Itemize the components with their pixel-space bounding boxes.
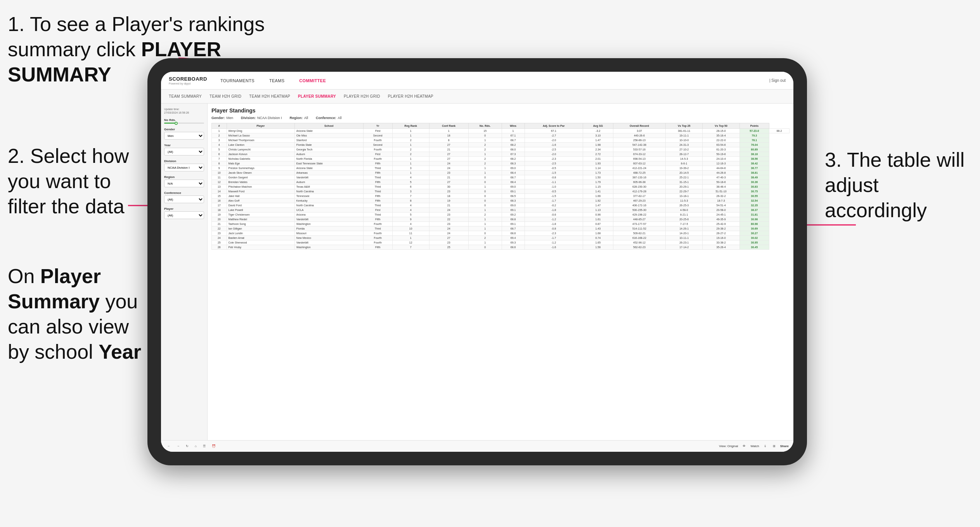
player-select[interactable]: (All) [164,211,204,219]
col-points: Points [739,123,769,129]
table-row: 21Taehoon SongWashingtonFourth423169.1-1… [212,222,790,226]
table-row: 25Cole SherwoodVanderbiltFourth1223169.3… [212,240,790,245]
table-row: 26Petr HrubyWashingtonFifth725068.6-1.61… [212,245,790,250]
region-label: Region [164,175,204,179]
slider-thumb[interactable] [175,122,178,125]
instruction-step4: 3. The table will adjust accordingly [825,147,972,223]
toolbar-eye[interactable]: 👁 [741,444,747,449]
toolbar-forward[interactable]: → [175,444,181,449]
nav-bar: SCOREBOARD Powered by dippd TOURNAMENTS … [161,72,793,90]
col-vs-top-50: Vs Top 50 [703,123,739,129]
filter-region-value: All [304,116,308,120]
filter-conference: Conference: All [316,116,342,120]
tablet-screen: SCOREBOARD Powered by dippd TOURNAMENTS … [161,72,793,452]
table-row: 7Nicholas GabrielisNorth FloridaFourth12… [212,157,790,161]
table-row: 13Phichaksn MaichonTexas A&MThird630169.… [212,185,790,189]
step3-bold2: Year [99,340,141,363]
toolbar-back[interactable]: ← [166,444,172,449]
toolbar-share[interactable]: Share [780,444,789,448]
step2-number: 2. [8,145,24,167]
filter-conference-label: Conference: [316,116,336,120]
sidebar-year-section: Year (All) First Second Third Fourth Fif… [164,143,204,156]
step2-text: Select how you want to filter the data [8,145,129,218]
filter-region: Region: All [290,116,308,120]
table-row: 6Jackson KoivunAuburnFirst227167.3-2.02.… [212,152,790,157]
nav-committee[interactable]: COMMITTEE [298,78,327,83]
table-row: 11Gordon SargentVanderbiltThird421068.7-… [212,175,790,180]
step1-number: 1. [8,13,24,35]
toolbar-watch[interactable]: Watch [750,444,759,448]
gender-label: Gender [164,128,204,131]
table-row: 10Jacob Skov OlesenArkansasFifth123168.4… [212,171,790,175]
nav-right: | Sign out [769,78,786,83]
table-row: 2Michael La SassoOle MissSecond118067.1-… [212,133,790,138]
col-player: Player [227,123,294,129]
filter-conference-value: All [338,116,342,120]
table-row: 5Christo LamprechtGeorgia TechFourth2212… [212,147,790,152]
table-title: Player Standings [211,107,790,114]
table-body: 1Wenyi DingArizona StateFirst1115167.1-3… [212,129,790,250]
filter-division-value: NCAA Division I [257,116,282,120]
toolbar-grid[interactable]: ⊞ [771,444,777,449]
division-select[interactable]: NCAA Division I NCAA Division II NCAA Di… [164,164,204,171]
filter-gender-value: Men [227,116,234,120]
filter-division-label: Division: [241,116,256,120]
col-overall-record: Overall Record [613,123,665,129]
subnav-player-h2h-heatmap[interactable]: PLAYER H2H HEATMAP [388,94,433,98]
sidebar: Update time: 27/03/2024 16:56:26 No Rds. [161,104,208,440]
table-row: 15Jake HallTennesseeFifth718068.5-1.51.6… [212,194,790,199]
conference-label: Conference [164,191,204,195]
table-row: 17David FordNorth CarolinaThird421069.0-… [212,203,790,208]
table-row: 1Wenyi DingArizona StateFirst1115167.1-3… [212,129,790,133]
table-row: 18Luke PowellUCLAFirst424169.1-1.81.1350… [212,208,790,213]
table-row: 14Maxwell FordNorth CarolinaThird323069.… [212,189,790,194]
toolbar-home[interactable]: ⌂ [193,444,198,449]
conference-select[interactable]: (All) [164,195,204,203]
nav-teams[interactable]: TEAMS [268,78,286,83]
col-conf-rank: Conf Rank [429,123,468,129]
toolbar-bookmark[interactable]: ☰ [201,444,207,449]
subnav-team-summary[interactable]: TEAM SUMMARY [169,94,202,98]
no-rds-label: No Rds. [164,118,204,122]
table-row: 20Matthew RiedelVanderbiltFifth922168.8-… [212,217,790,222]
sidebar-update-time: Update time: 27/03/2024 16:56:26 [164,107,204,114]
col-adj-score: Adj. Score to Par [525,123,583,129]
sub-nav: TEAM SUMMARY TEAM H2H GRID TEAM H2H HEAT… [161,90,793,104]
col-reg-rank: Reg Rank [392,123,429,129]
nav-tournaments[interactable]: TOURNAMENTS [219,78,256,83]
col-vs-top-25: Vs Top 25 [665,123,702,129]
toolbar-download[interactable]: ⇓ [762,444,768,449]
logo-area: SCOREBOARD Powered by dippd [169,76,207,85]
toolbar-clock[interactable]: ⏰ [210,444,217,449]
filter-gender: Gender: Men [211,116,233,120]
toolbar-view[interactable]: View: Original [719,444,738,448]
table-row: 8Mats EgeEast Tennessee StateFifth124268… [212,161,790,166]
toolbar-reload[interactable]: ↻ [184,444,190,449]
table-row: 12Brendan ValdesAuburnFifth527068.4-1.11… [212,180,790,185]
subnav-team-h2h-heatmap[interactable]: TEAM H2H HEATMAP [249,94,290,98]
col-yr: Yr [363,123,392,129]
no-rds-slider [164,123,204,124]
subnav-player-summary[interactable]: PLAYER SUMMARY [298,94,336,98]
col-no-rds: No. Rds. [468,123,502,129]
logo-text: SCOREBOARD [169,76,207,82]
step1-text: To see a Player's rankings summary click [8,13,265,60]
nav-items: TOURNAMENTS TEAMS COMMITTEE [219,78,769,83]
subnav-player-h2h-grid[interactable]: PLAYER H2H GRID [344,94,380,98]
gender-select[interactable]: Men Women [164,132,204,140]
sidebar-conference-section: Conference (All) [164,191,204,203]
col-school: School [294,123,363,129]
filter-region-label: Region: [290,116,303,120]
year-select[interactable]: (All) First Second Third Fourth Fifth [164,148,204,156]
region-select[interactable]: N/A All [164,180,204,187]
subnav-team-h2h-grid[interactable]: TEAM H2H GRID [210,94,241,98]
sidebar-no-rds-section: No Rds. [164,118,204,124]
standings-table: # Player School Yr Reg Rank Conf Rank No… [211,123,790,250]
data-filters: Gender: Men Division: NCAA Division I Re… [211,116,790,120]
year-label: Year [164,143,204,147]
nav-sign-out[interactable]: | Sign out [769,78,786,83]
sidebar-update-section: Update time: 27/03/2024 16:56:26 [164,107,204,114]
step3-text1: On [8,265,40,287]
division-label: Division [164,159,204,163]
slider-track[interactable] [164,123,204,124]
